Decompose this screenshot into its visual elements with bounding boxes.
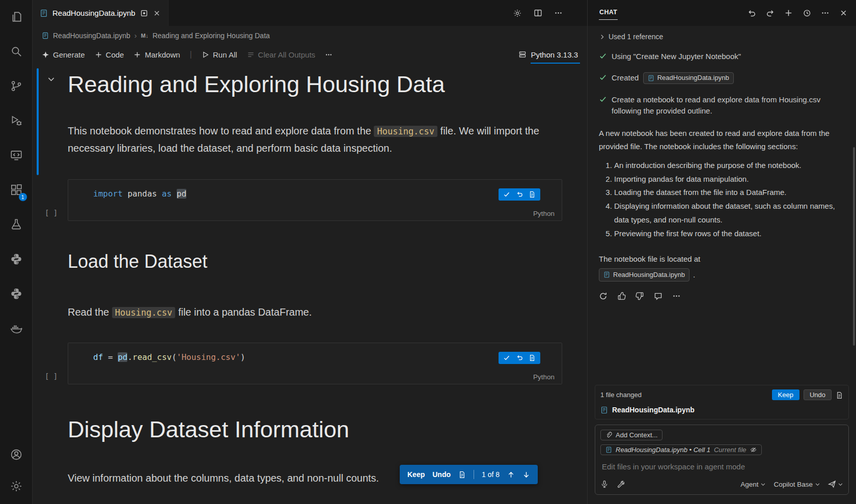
cell-language-picker[interactable]: Python: [533, 210, 555, 217]
mic-icon[interactable]: [600, 480, 609, 488]
kernel-picker[interactable]: Python 3.13.3: [518, 50, 578, 59]
editor-actions: [513, 0, 587, 26]
modified-indicator-icon[interactable]: [140, 9, 148, 17]
keep-all-button[interactable]: Keep: [772, 389, 799, 400]
breadcrumb-file[interactable]: ReadHousingData.ipynb: [53, 32, 130, 40]
tab-title: ReadHousingData.ipynb: [52, 9, 135, 17]
redo-edit-icon[interactable]: [766, 9, 775, 17]
more-actions-icon[interactable]: [821, 9, 830, 17]
cell-diff-icon[interactable]: [529, 191, 536, 198]
breadcrumb: ReadHousingData.ipynb › M↓ Reading and E…: [33, 26, 587, 45]
notebook-toolbar: Generate Code Markdown | Run All Clear A…: [33, 45, 587, 64]
python-env-icon: [10, 287, 23, 300]
add-context-button[interactable]: Add Context...: [600, 430, 662, 440]
attachment-chip[interactable]: ReadHousingData.ipynb • Cell 1 Current f…: [600, 444, 762, 455]
chat-input-placeholder[interactable]: Edit files in your workspace in agent mo…: [602, 462, 842, 471]
inline-code: Housing.csv: [374, 126, 437, 137]
split-editor-icon[interactable]: [534, 9, 542, 17]
sidebar-item-docker[interactable]: [4, 317, 29, 340]
scrollbar[interactable]: [853, 147, 855, 346]
sidebar-item-search[interactable]: [4, 40, 29, 63]
thumbs-down-icon[interactable]: [636, 292, 644, 300]
changed-file-row[interactable]: ReadHousingData.ipynb: [600, 406, 843, 414]
execution-count: [ ]: [45, 372, 58, 380]
notebook-file-icon: [603, 271, 610, 278]
more-actions-icon[interactable]: [554, 9, 563, 17]
files-changed-label: 1 file changed: [600, 391, 642, 399]
cell-undo-icon[interactable]: [516, 354, 523, 361]
sidebar-item-testing[interactable]: [4, 213, 29, 236]
list-item: Previewing the first few rows of the dat…: [614, 227, 846, 241]
collapse-cell-chevron[interactable]: [47, 74, 56, 83]
chat-conversation: Used 1 reference Using "Create New Jupyt…: [588, 26, 856, 385]
chat-step-using: Using "Create New Jupyter Notebook": [599, 51, 846, 62]
markdown-icon: M↓: [141, 33, 149, 39]
keep-button[interactable]: Keep: [407, 470, 425, 479]
markdown-paragraph-intro: This notebook demonstrates how to read a…: [68, 123, 544, 157]
more-icon[interactable]: [672, 292, 681, 300]
sidebar-item-remote-explorer[interactable]: [4, 144, 29, 167]
eye-off-icon[interactable]: [750, 446, 757, 453]
code-editor[interactable]: df = pd.read_csv('Housing.csv'): [68, 343, 562, 370]
next-change-icon[interactable]: [522, 471, 530, 479]
manage-button[interactable]: [4, 474, 29, 498]
send-button[interactable]: [828, 480, 843, 488]
generate-button[interactable]: Generate: [42, 50, 85, 59]
tab-readhousingdata[interactable]: ReadHousingData.ipynb: [33, 0, 169, 26]
change-position: 1 of 8: [482, 470, 500, 479]
accounts-button[interactable]: [4, 443, 29, 466]
send-icon: [828, 480, 836, 488]
sidebar-item-explorer[interactable]: [4, 5, 29, 29]
sidebar-item-source-control[interactable]: [4, 74, 29, 98]
view-changes-icon[interactable]: [836, 390, 843, 399]
run-all-button[interactable]: Run All: [202, 50, 237, 59]
markdown-paragraph-load: Read the Housing.csv file into a pandas …: [68, 304, 544, 321]
sidebar-item-run-debug[interactable]: [4, 109, 29, 132]
divider: [474, 470, 474, 479]
sidebar-item-python[interactable]: [4, 247, 29, 271]
model-picker[interactable]: Copilot Base: [774, 481, 820, 488]
docker-icon: [10, 322, 23, 335]
add-markdown-cell-button[interactable]: Markdown: [133, 50, 180, 59]
notebook-content: Reading and Exploring Housing Data This …: [68, 64, 562, 487]
clear-all-outputs-button[interactable]: Clear All Outputs: [247, 50, 316, 59]
mode-picker[interactable]: Agent: [740, 481, 766, 488]
chat-history-icon[interactable]: [803, 9, 811, 17]
tools-icon[interactable]: [616, 480, 624, 488]
cell-keep-icon[interactable]: [503, 354, 510, 361]
tab-chat[interactable]: CHAT: [599, 6, 618, 20]
cell-language-picker[interactable]: Python: [533, 373, 555, 381]
cell-diff-icon[interactable]: [529, 354, 536, 361]
file-chip[interactable]: ReadHousingData.ipynb: [599, 268, 689, 282]
plus-icon: [95, 51, 102, 59]
notebook-file-icon: [605, 446, 612, 453]
chat-input[interactable]: Add Context... ReadHousingData.ipynb • C…: [595, 425, 849, 495]
toolbar-more-button[interactable]: [325, 51, 333, 59]
undo-all-button[interactable]: Undo: [804, 389, 832, 400]
close-icon[interactable]: [153, 9, 161, 17]
code-cell-container: df = pd.read_csv('Housing.csv') Python: [68, 343, 562, 384]
cell-keep-icon[interactable]: [503, 191, 510, 198]
previous-change-icon[interactable]: [507, 471, 515, 479]
editor-area: ReadHousingData.ipynb ReadHousingData.ip…: [33, 0, 587, 504]
open-diff-icon[interactable]: [458, 471, 466, 479]
undo-edit-icon[interactable]: [748, 9, 756, 17]
sidebar-item-extensions[interactable]: 1: [4, 178, 29, 202]
new-chat-icon[interactable]: [784, 9, 793, 17]
breadcrumb-section[interactable]: Reading and Exploring Housing Data: [152, 32, 269, 40]
gear-icon: [10, 480, 23, 493]
report-issue-icon[interactable]: [654, 292, 662, 300]
code-editor[interactable]: import pandas as pd: [68, 180, 562, 206]
settings-gear-icon[interactable]: [513, 9, 522, 18]
close-icon[interactable]: [839, 9, 848, 17]
cell-undo-icon[interactable]: [516, 191, 523, 198]
thumbs-up-icon[interactable]: [617, 292, 626, 300]
add-code-cell-button[interactable]: Code: [95, 50, 124, 59]
notebook-scroll-area: Reading and Exploring Housing Data This …: [33, 64, 587, 504]
file-chip[interactable]: ReadHousingData.ipynb: [643, 72, 734, 84]
undo-button[interactable]: Undo: [432, 470, 451, 479]
sidebar-item-python-environments[interactable]: [4, 282, 29, 305]
used-references-toggle[interactable]: Used 1 reference: [599, 33, 846, 41]
vscode-window: 1 ReadHousingData.ipynb ReadHo: [0, 0, 856, 504]
rerun-icon[interactable]: [599, 292, 608, 300]
